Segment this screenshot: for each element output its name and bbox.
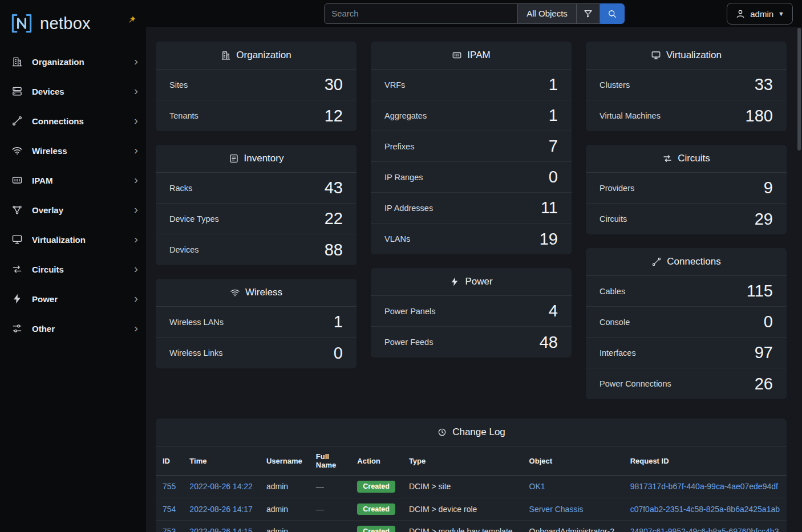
stat-value[interactable]: 33 — [755, 76, 773, 93]
stat-label[interactable]: Clusters — [600, 80, 630, 90]
stat-value[interactable]: 0 — [334, 345, 343, 362]
table-row: 755 2022-08-26 14:22 admin — Created DCI… — [156, 476, 787, 498]
stat-label[interactable]: Interfaces — [600, 348, 636, 358]
card-title: Circuits — [678, 153, 710, 164]
stat-value[interactable]: 26 — [755, 376, 773, 392]
card-header: Connections — [586, 248, 787, 276]
sidebar-item-devices[interactable]: Devices › — [0, 76, 146, 106]
stat-label[interactable]: Prefixes — [384, 142, 414, 151]
sidebar-item-label: Devices — [32, 87, 134, 96]
changelog-time-link[interactable]: 2022-08-26 14:22 — [189, 482, 253, 491]
changelog-object-link[interactable]: Server Chassis — [529, 505, 584, 514]
stat-row: IP Addresses 11 — [371, 193, 572, 224]
stat-value[interactable]: 7 — [549, 138, 558, 155]
changelog-time-link[interactable]: 2022-08-26 14:15 — [189, 527, 253, 532]
scrollbar-thumb[interactable] — [797, 28, 801, 151]
wireless-card: Wireless Wireless LANs 1 Wireless Links … — [156, 279, 357, 368]
stat-row: Wireless LANs 1 — [156, 307, 357, 338]
stat-label[interactable]: Device Types — [169, 214, 219, 224]
stat-label[interactable]: VRFs — [384, 80, 405, 90]
stat-value[interactable]: 1 — [549, 107, 558, 124]
stat-value[interactable]: 9 — [764, 180, 773, 196]
stat-row: Virtual Machines 180 — [586, 100, 787, 131]
object-type-select[interactable]: All Objects — [518, 3, 577, 24]
stat-value[interactable]: 180 — [746, 108, 773, 124]
changelog-time-link[interactable]: 2022-08-26 14:17 — [189, 505, 253, 514]
stat-label[interactable]: Wireless LANs — [169, 318, 224, 327]
stat-row: Aggregates 1 — [371, 100, 572, 131]
chevron-right-icon: › — [134, 292, 138, 306]
organization-card: Organization Sites 30 Tenants 12 — [156, 42, 357, 131]
changelog-request-link[interactable]: 24807c61-9952-49c6-b8a5-69760bfcc4b3 — [630, 527, 779, 532]
sidebar-item-ipam[interactable]: IPAM › — [0, 165, 146, 195]
stat-label[interactable]: Sites — [169, 80, 188, 90]
col-header-type: Type — [402, 446, 522, 476]
stat-value[interactable]: 43 — [325, 180, 343, 196]
sidebar-item-overlay[interactable]: Overlay › — [0, 195, 146, 225]
stat-value[interactable]: 11 — [541, 200, 558, 216]
stat-value[interactable]: 1 — [334, 314, 343, 330]
ipam-card: IPAM VRFs 1 Aggregates 1 Prefixes 7 — [371, 42, 572, 254]
sidebar-item-label: Wireless — [32, 146, 134, 156]
stat-value[interactable]: 19 — [540, 231, 558, 247]
stat-value[interactable]: 22 — [325, 210, 343, 227]
stat-value[interactable]: 0 — [764, 314, 773, 330]
stat-label[interactable]: Power Feeds — [384, 338, 433, 347]
changelog-request-link[interactable]: 9817317d-b67f-440a-99ca-4ae07ede94df — [630, 482, 778, 491]
stat-label[interactable]: Wireless Links — [169, 348, 222, 358]
stat-label[interactable]: Aggregates — [384, 111, 427, 120]
netbox-logo[interactable]: netbox — [9, 11, 91, 36]
stat-value[interactable]: 97 — [755, 344, 773, 361]
user-name: admin — [750, 9, 773, 19]
search-button[interactable] — [600, 3, 625, 24]
stat-value[interactable]: 1 — [549, 76, 558, 93]
wifi-icon — [230, 287, 240, 298]
cable-icon — [651, 257, 662, 267]
stat-row: Power Panels 4 — [371, 296, 572, 327]
bolt-icon — [10, 292, 24, 306]
sidebar-item-label: Organization — [32, 57, 134, 67]
stat-label[interactable]: Console — [600, 318, 630, 327]
filter-button[interactable] — [577, 3, 600, 24]
stat-label[interactable]: Circuits — [600, 214, 627, 224]
sidebar-item-virtualization[interactable]: Virtualization › — [0, 225, 146, 254]
stat-value[interactable]: 115 — [747, 283, 773, 299]
user-menu-button[interactable]: admin ▼ — [727, 3, 793, 25]
scrollbar[interactable] — [797, 28, 801, 530]
stat-label[interactable]: Cables — [600, 287, 625, 296]
changelog-object-link[interactable]: OK1 — [529, 482, 545, 491]
stat-label[interactable]: Power Panels — [384, 307, 435, 316]
stat-label[interactable]: IP Ranges — [384, 173, 423, 182]
pin-sidebar-icon[interactable] — [128, 15, 137, 26]
card-header: Wireless — [156, 279, 357, 307]
sidebar-item-wireless[interactable]: Wireless › — [0, 136, 146, 165]
stat-value[interactable]: 12 — [325, 108, 343, 124]
stat-label[interactable]: VLANs — [384, 234, 410, 243]
changelog-id-link[interactable]: 754 — [163, 505, 176, 514]
stat-label[interactable]: Virtual Machines — [600, 111, 661, 120]
changelog-id-link[interactable]: 755 — [163, 482, 176, 491]
sidebar-item-label: Other — [32, 324, 134, 334]
stat-value[interactable]: 4 — [549, 303, 558, 319]
stat-value[interactable]: 29 — [755, 211, 773, 228]
changelog-id-link[interactable]: 753 — [163, 527, 176, 532]
stat-value[interactable]: 30 — [325, 76, 343, 93]
changelog-request-link[interactable]: c07f0ab2-2351-4c58-825a-8b6a2425a1ab — [630, 505, 780, 514]
stat-label[interactable]: Power Connections — [600, 379, 671, 388]
stat-label[interactable]: Providers — [600, 184, 634, 193]
search-input[interactable] — [324, 3, 518, 24]
stat-label[interactable]: Racks — [169, 184, 192, 193]
stat-value[interactable]: 88 — [325, 242, 343, 258]
sidebar-item-circuits[interactable]: Circuits › — [0, 254, 146, 284]
stat-label[interactable]: IP Addresses — [384, 204, 433, 213]
stat-label[interactable]: Devices — [169, 245, 199, 254]
stat-value[interactable]: 48 — [540, 334, 558, 351]
sidebar-item-other[interactable]: Other › — [0, 314, 146, 343]
stat-value[interactable]: 0 — [549, 169, 558, 185]
sidebar-item-organization[interactable]: Organization › — [0, 47, 146, 76]
col-header-request-id: Request ID — [623, 446, 787, 476]
table-row: 753 2022-08-26 14:15 admin — Created DCI… — [156, 521, 787, 532]
sidebar-item-power[interactable]: Power › — [0, 284, 146, 314]
sidebar-item-connections[interactable]: Connections › — [0, 106, 146, 136]
stat-label[interactable]: Tenants — [169, 111, 199, 120]
